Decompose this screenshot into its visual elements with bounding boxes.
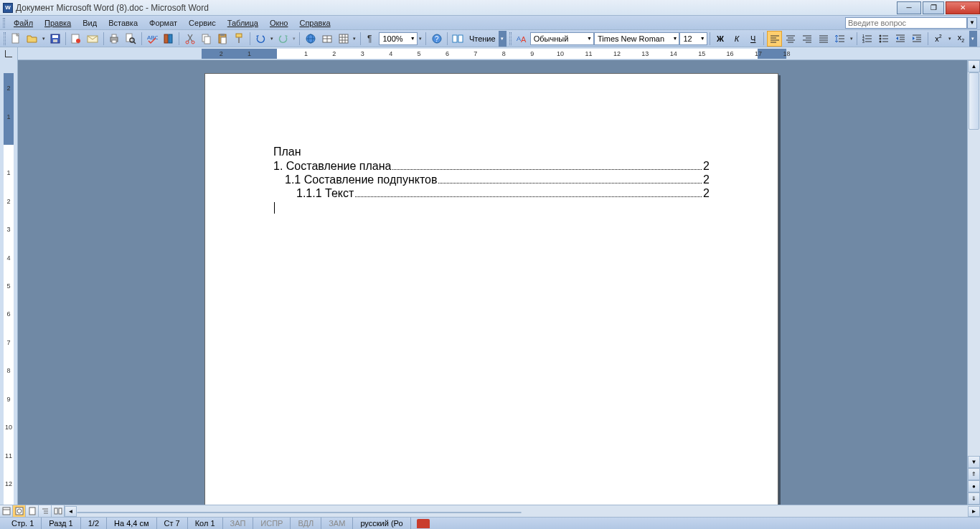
toc-line-2[interactable]: 1.1 Составление подпунктов 2 xyxy=(273,173,710,186)
hscroll-thumb[interactable] xyxy=(77,512,522,513)
reading-label[interactable]: Чтение xyxy=(466,34,499,43)
insert-table-icon[interactable] xyxy=(336,31,351,47)
menu-format[interactable]: Формат xyxy=(143,17,183,29)
scroll-down-icon[interactable]: ▼ xyxy=(968,456,980,468)
tab-selector[interactable] xyxy=(0,47,18,60)
outline-view-icon[interactable] xyxy=(39,505,52,517)
status-trk[interactable]: ИСПР xyxy=(253,518,291,529)
print-preview-icon[interactable] xyxy=(123,31,138,47)
status-lang[interactable]: русский (Ро xyxy=(353,518,410,529)
super-dropdown[interactable]: ▾ xyxy=(946,31,953,47)
web-layout-view-icon[interactable] xyxy=(13,505,26,517)
toolbar1-grip[interactable] xyxy=(4,32,6,45)
fontsize-combo[interactable]: 12▼ xyxy=(679,32,707,45)
copy-icon[interactable] xyxy=(199,31,214,47)
numbering-icon[interactable]: 123 xyxy=(860,31,875,47)
restore-button[interactable]: ❐ xyxy=(923,1,944,14)
toolbar2-grip[interactable] xyxy=(509,32,512,45)
scroll-up-icon[interactable]: ▲ xyxy=(968,60,980,72)
line-spacing-icon[interactable] xyxy=(833,31,848,47)
print-icon[interactable] xyxy=(107,31,122,47)
status-rec[interactable]: ЗАП xyxy=(223,518,254,529)
menu-service[interactable]: Сервис xyxy=(183,17,222,29)
align-justify-icon[interactable] xyxy=(816,31,831,47)
print-layout-view-icon[interactable] xyxy=(26,505,39,517)
zoom-dropdown[interactable]: ▾ xyxy=(418,31,424,47)
menubar-grip[interactable] xyxy=(3,18,5,28)
undo-dropdown[interactable]: ▾ xyxy=(269,31,275,47)
status-page[interactable]: Стр. 1 xyxy=(4,518,42,529)
tables-borders-icon[interactable] xyxy=(319,31,334,47)
subscript-icon[interactable]: x2 xyxy=(953,31,969,47)
increase-indent-icon[interactable] xyxy=(910,31,925,47)
hyperlink-icon[interactable] xyxy=(303,31,318,47)
normal-view-icon[interactable] xyxy=(0,505,13,517)
font-combo[interactable]: Times New Roman▼ xyxy=(594,32,679,45)
menu-window[interactable]: Окно xyxy=(264,17,294,29)
reading-view-icon[interactable] xyxy=(52,505,65,517)
undo-icon[interactable] xyxy=(253,31,268,47)
help-icon[interactable]: ? xyxy=(429,31,444,47)
menu-insert[interactable]: Вставка xyxy=(103,17,143,29)
save-icon[interactable] xyxy=(47,31,62,47)
bullets-icon[interactable] xyxy=(877,31,892,47)
bold-icon[interactable]: Ж xyxy=(713,31,728,47)
zoom-combo[interactable]: 100%▼ xyxy=(379,32,417,45)
open-icon[interactable] xyxy=(25,31,40,47)
open-dropdown[interactable]: ▾ xyxy=(41,31,47,47)
research-icon[interactable] xyxy=(161,31,176,47)
email-icon[interactable] xyxy=(85,31,100,47)
status-at[interactable]: На 4,4 см xyxy=(107,518,157,529)
style-combo[interactable]: Обычный▼ xyxy=(530,32,594,45)
toc-line-3[interactable]: 1.1.1 Текст 2 xyxy=(273,187,710,200)
format-painter-icon[interactable] xyxy=(232,31,247,47)
ask-a-question[interactable]: ▼ xyxy=(845,17,977,29)
prev-page-icon[interactable]: ⇑ xyxy=(968,468,980,480)
new-document-icon[interactable] xyxy=(9,31,24,47)
ask-dropdown-icon[interactable]: ▼ xyxy=(967,17,977,29)
scroll-left-icon[interactable]: ◄ xyxy=(65,506,77,517)
horizontal-ruler[interactable]: 21123456789101112131415161718 xyxy=(18,47,980,59)
paste-icon[interactable] xyxy=(215,31,230,47)
next-page-icon[interactable]: ⇓ xyxy=(968,492,980,505)
browse-object-icon[interactable]: ● xyxy=(968,480,980,492)
menu-edit[interactable]: Правка xyxy=(39,17,77,29)
align-right-icon[interactable] xyxy=(800,31,815,47)
show-formatting-icon[interactable]: ¶ xyxy=(364,31,379,47)
status-ovr[interactable]: ЗАМ xyxy=(321,518,353,529)
menu-table[interactable]: Таблица xyxy=(222,17,264,29)
status-col[interactable]: Кол 1 xyxy=(188,518,223,529)
vertical-ruler[interactable]: 211234567891011121314 xyxy=(0,60,18,505)
menu-file[interactable]: Файл xyxy=(8,17,39,29)
toolbar1-overflow[interactable]: ▾ xyxy=(499,31,507,47)
underline-icon[interactable]: Ч xyxy=(745,31,760,47)
document-canvas[interactable]: План 1. Составление плана 2 1.1 Составле… xyxy=(18,60,980,505)
vertical-scrollbar[interactable]: ▲ ▼ ⇑ ● ⇓ xyxy=(967,60,980,505)
text-cursor-line[interactable] xyxy=(273,201,710,214)
vscroll-thumb[interactable] xyxy=(969,72,979,130)
align-center-icon[interactable] xyxy=(783,31,798,47)
reading-layout-icon[interactable] xyxy=(451,31,466,47)
superscript-icon[interactable]: x2 xyxy=(931,31,946,47)
align-left-icon[interactable] xyxy=(767,31,782,47)
doc-title[interactable]: План xyxy=(273,146,710,158)
horizontal-scrollbar[interactable]: ◄ ► xyxy=(65,505,980,517)
page[interactable]: План 1. Составление плана 2 1.1 Составле… xyxy=(204,73,778,505)
redo-icon[interactable] xyxy=(275,31,291,47)
spell-status-icon[interactable] xyxy=(417,519,430,528)
toc-line-1[interactable]: 1. Составление плана 2 xyxy=(273,160,710,173)
toolbar2-overflow[interactable]: ▾ xyxy=(969,31,977,47)
status-ext[interactable]: ВДЛ xyxy=(291,518,321,529)
scroll-right-icon[interactable]: ► xyxy=(968,506,980,517)
menu-view[interactable]: Вид xyxy=(77,17,103,29)
status-pages[interactable]: 1/2 xyxy=(81,518,107,529)
menu-help[interactable]: Справка xyxy=(293,17,336,29)
redo-dropdown[interactable]: ▾ xyxy=(291,31,298,47)
minimize-button[interactable]: ─ xyxy=(897,1,921,14)
permission-icon[interactable] xyxy=(69,31,84,47)
line-spacing-dropdown[interactable]: ▾ xyxy=(849,31,855,47)
cut-icon[interactable] xyxy=(182,31,197,47)
styles-pane-icon[interactable]: AA xyxy=(514,31,529,47)
spellcheck-icon[interactable]: ABC xyxy=(144,31,159,47)
page-content[interactable]: План 1. Составление плана 2 1.1 Составле… xyxy=(205,74,778,214)
